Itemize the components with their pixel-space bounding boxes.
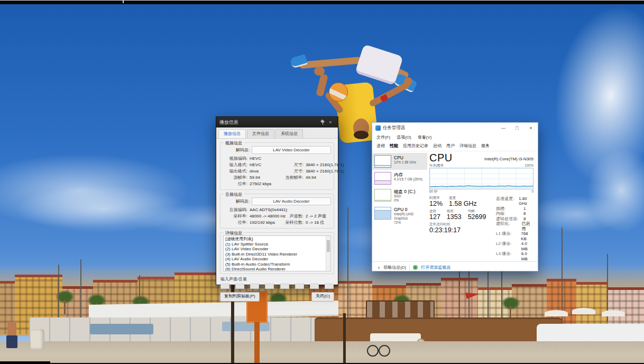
field-value [306, 156, 331, 162]
scrollbar[interactable] [326, 236, 330, 271]
sidebar-item-gpu[interactable]: GPU 0 Intel(R) UHD Graphics 72% [372, 205, 427, 227]
sidebar-item-name: GPU 0 [394, 207, 426, 212]
pin-icon[interactable] [319, 119, 326, 125]
task-manager-window: 任务管理器 — □ × 文件(F) 选项(O) 查看(V) 进程 性能 应用历史… [372, 122, 538, 271]
media-info-tabs: 播放信息 文件信息 系统信息 [216, 128, 338, 139]
task-manager-titlebar[interactable]: 任务管理器 — □ × [372, 123, 538, 133]
section-title: 音频信息 [224, 192, 244, 197]
volume-meters [216, 282, 338, 289]
menu-view[interactable]: 查看(V) [418, 134, 432, 140]
umbrella [572, 308, 595, 314]
close-button[interactable]: 关闭(C) [311, 292, 334, 302]
sidebar-item-detail: 0% [394, 198, 416, 203]
tab-file-info[interactable]: 文件信息 [247, 129, 274, 138]
sidebar-item-detail: 72% [394, 221, 426, 225]
filter-list-item: [滤镜使用列表] [225, 236, 325, 242]
field-label: 尺寸: [282, 162, 306, 168]
video-decoder-box[interactable]: LAV Video Decoder [252, 146, 331, 154]
sidebar-item-memory[interactable]: 内存 4.1/15.7 GB (26%) [372, 170, 427, 187]
field-value: 3840 × 2160(1.78:1) [306, 162, 344, 168]
sidebar-item-disk[interactable]: 磁盘 0 (C:) SSD 0% [372, 187, 427, 205]
palm-tree [501, 296, 520, 310]
stat-uptime: 正常运行时间 0:23:19:17 [429, 222, 492, 234]
tab-startup[interactable]: 启动 [433, 143, 441, 149]
tab-processes[interactable]: 进程 [376, 143, 385, 149]
audio-decoder-box[interactable]: LAV Audio Decoder [252, 197, 331, 205]
volume-meter [295, 284, 304, 289]
tab-bar: 进程 性能 应用历史记录 启动 用户 详细信息 服务 [372, 142, 538, 151]
acrobat-hand [314, 67, 325, 76]
field-label: 源帧率: [223, 175, 250, 181]
info-row: 输入格式: HEVC 尺寸: 3840 × 2160(1.78:1) [223, 162, 331, 168]
volume-meter [310, 284, 319, 289]
bicycle-wheel [379, 345, 390, 357]
acrobat-arm [369, 81, 411, 107]
field-value: 2 -> 2 声道 [306, 213, 331, 220]
field-label: 输入格式: [223, 162, 250, 168]
stat-row: 逻辑处理器:8 [496, 216, 533, 222]
performance-content: CPU 12% 1.58 GHz 内存 4.1/15.7 GB (26%) 磁盘… [372, 151, 538, 261]
cpu-thumbnail-graph [374, 155, 391, 168]
filter-list[interactable]: [滤镜使用列表] (1) LAV Splitter Source (2) LAV… [223, 235, 331, 271]
media-info-footer: 复制到剪贴板(P) 关闭(C) [220, 292, 334, 302]
tab-performance[interactable]: 性能 [390, 143, 398, 149]
copy-to-clipboard-button[interactable]: 复制到剪贴板(P) [220, 292, 260, 302]
minimize-icon[interactable]: — [496, 123, 510, 133]
volume-meter [250, 284, 259, 289]
lamp-pole [231, 276, 234, 364]
graph-axis-label: % 利用率 [429, 163, 444, 168]
tab-app-history[interactable]: 应用历史记录 [403, 143, 428, 149]
stat-row: 内核:8 [496, 211, 533, 216]
maximize-icon[interactable]: □ [510, 123, 524, 133]
memory-thumbnail-graph [374, 172, 391, 185]
boat-mast [347, 207, 348, 320]
stat-handles: 句柄 52699 [468, 209, 486, 221]
stat-utilization: 利用率 12% [429, 196, 443, 207]
sidebar-item-name: 内存 [394, 172, 422, 177]
task-manager-footer: ∧ 简略信息(D) 打开资源监视器 [372, 261, 538, 273]
tab-users[interactable]: 用户 [446, 143, 455, 149]
field-label: 采样率: [223, 213, 250, 220]
field-value: AAC ADTS(0x4441) [250, 207, 282, 213]
field-label: 位率: [223, 220, 250, 226]
tab-services[interactable]: 服务 [481, 143, 490, 149]
graph-axis-label: 100% [525, 163, 533, 168]
field-label: 采样位数: [282, 220, 306, 226]
divider [409, 265, 410, 271]
info-row: 输出格式: dxva 尺寸: 3840 × 2160(1.78:1) [223, 168, 331, 175]
tab-details[interactable]: 详细信息 [459, 143, 476, 149]
cpu-utilization-graph[interactable] [429, 168, 533, 189]
field-value [306, 181, 331, 187]
close-icon[interactable]: × [326, 120, 335, 125]
basketball-pole [254, 322, 260, 364]
field-label [282, 181, 306, 187]
menu-options[interactable]: 选项(O) [397, 134, 411, 140]
close-icon[interactable]: × [524, 123, 538, 133]
cpu-stats-right: 基准速度:1.80 GHz 插槽:1 内核:8 逻辑处理器:8 虚拟化:已启用 … [496, 196, 533, 262]
collapse-chevron-icon[interactable]: ∧ [378, 266, 380, 270]
gpu-thumbnail-graph [374, 207, 391, 220]
dock [0, 341, 644, 364]
menu-file[interactable]: 文件(F) [376, 134, 390, 140]
field-label: 解码器: [223, 147, 252, 153]
volume-meter [235, 284, 244, 289]
sidebar-item-detail: Intel(R) UHD Graphics [394, 212, 426, 221]
stat-row: L2 缓存:4.0 MB [496, 241, 533, 251]
tab-system-info[interactable]: 系统信息 [275, 129, 303, 138]
boat-mast [58, 265, 59, 324]
open-resource-monitor-link[interactable]: 打开资源监视器 [421, 265, 450, 270]
media-info-titlebar[interactable]: 播放信息 × [216, 117, 338, 128]
stat-row: 虚拟化:已启用 [496, 221, 533, 231]
field-label [282, 207, 306, 213]
sidebar-item-name: CPU [394, 155, 416, 160]
cpu-pane: CPU Intel(R) Core(TM) i3-N305 % 利用率 100%… [427, 151, 538, 261]
sidebar-item-cpu[interactable]: CPU 12% 1.58 GHz [372, 153, 427, 170]
stat-row: 基准速度:1.80 GHz [496, 196, 533, 206]
scrollbar-thumb[interactable] [327, 240, 330, 252]
field-label: 声道数: [282, 213, 306, 220]
field-label [282, 156, 306, 162]
field-value: HEVC [250, 162, 282, 168]
fewer-details-toggle[interactable]: 简略信息(D) [383, 265, 406, 270]
channels-label: 输入声道/音量 [220, 276, 334, 282]
tab-playback-info[interactable]: 播放信息 [218, 129, 246, 138]
